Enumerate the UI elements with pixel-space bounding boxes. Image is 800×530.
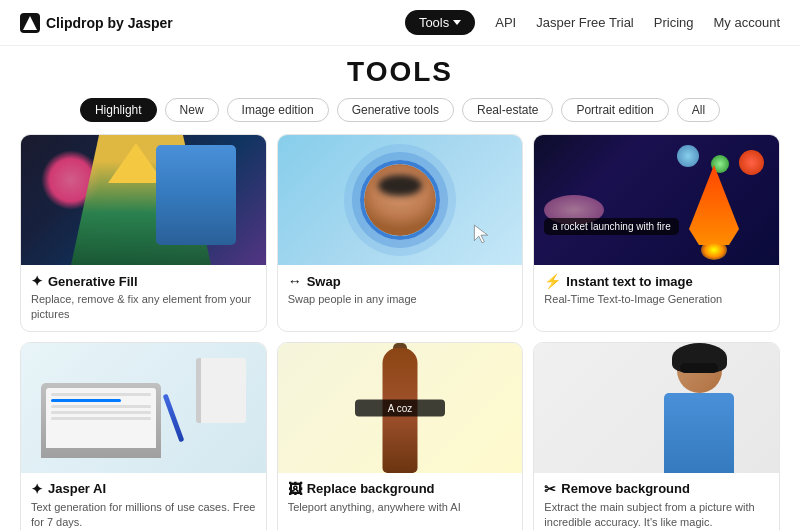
- tool-title-instant: ⚡ Instant text to image: [544, 273, 769, 289]
- trial-link[interactable]: Jasper Free Trial: [536, 15, 634, 30]
- tool-info-generative-fill: ✦ Generative Fill Replace, remove & fix …: [21, 265, 266, 331]
- tool-image-generative-fill: [21, 135, 266, 265]
- filter-portrait-edition[interactable]: Portrait edition: [561, 98, 668, 122]
- filter-generative-tools[interactable]: Generative tools: [337, 98, 454, 122]
- tool-desc-remove: Extract the main subject from a picture …: [544, 500, 769, 530]
- tool-image-remove: [534, 343, 779, 473]
- swap-icon: ↔: [288, 273, 302, 289]
- account-link[interactable]: My account: [714, 15, 780, 30]
- swap-circle: [360, 160, 440, 240]
- filter-real-estate[interactable]: Real-estate: [462, 98, 553, 122]
- tool-desc-jasper: Text generation for millions of use case…: [31, 500, 256, 530]
- laptop-line-3: [51, 405, 151, 408]
- laptop-lines: [46, 388, 156, 428]
- filter-new[interactable]: New: [165, 98, 219, 122]
- tools-nav-label: Tools: [419, 15, 449, 30]
- tool-desc-generative-fill: Replace, remove & fix any element from y…: [31, 292, 256, 323]
- tool-card-replace-bg[interactable]: A coz 🖼 Replace background Teleport anyt…: [277, 342, 524, 530]
- pricing-link[interactable]: Pricing: [654, 15, 694, 30]
- generative-fill-icon: ✦: [31, 273, 43, 289]
- remove-icon: ✂: [544, 481, 556, 497]
- tool-title-text: Generative Fill: [48, 274, 138, 289]
- replace-icon: 🖼: [288, 481, 302, 497]
- logo-text: Clipdrop by Jasper: [46, 15, 173, 31]
- person-body: [664, 393, 734, 473]
- tool-card-jasper[interactable]: ✦ Jasper AI Text generation for millions…: [20, 342, 267, 530]
- cursor-icon: [470, 223, 492, 245]
- tool-title-generative-fill: ✦ Generative Fill: [31, 273, 256, 289]
- filter-image-edition[interactable]: Image edition: [227, 98, 329, 122]
- person-silhouette: [649, 348, 749, 473]
- nav-links: Tools API Jasper Free Trial Pricing My a…: [405, 10, 780, 35]
- tool-title-text-remove: Remove background: [561, 481, 690, 496]
- person-sunglasses: [680, 363, 718, 373]
- tool-card-remove-bg[interactable]: ✂ Remove background Extract the main sub…: [533, 342, 780, 530]
- tools-grid: ✦ Generative Fill Replace, remove & fix …: [20, 134, 780, 530]
- tool-title-text-instant: Instant text to image: [566, 274, 692, 289]
- tools-nav-button[interactable]: Tools: [405, 10, 475, 35]
- tool-info-swap: ↔ Swap Swap people in any image: [278, 265, 523, 315]
- tool-title-text-replace: Replace background: [307, 481, 435, 496]
- tool-title-text-swap: Swap: [307, 274, 341, 289]
- jasper-icon: ✦: [31, 481, 43, 497]
- tool-title-text-jasper: Jasper AI: [48, 481, 106, 496]
- laptop-line-5: [51, 417, 151, 420]
- tool-image-swap: [278, 135, 523, 265]
- filter-all[interactable]: All: [677, 98, 720, 122]
- planet-red: [739, 150, 764, 175]
- laptop-line-1: [51, 393, 151, 396]
- person-head: [677, 348, 722, 393]
- tool-desc-instant: Real-Time Text-to-Image Generation: [544, 292, 769, 307]
- tool-title-remove: ✂ Remove background: [544, 481, 769, 497]
- tool-card-swap[interactable]: ↔ Swap Swap people in any image: [277, 134, 524, 332]
- api-link[interactable]: API: [495, 15, 516, 30]
- tool-image-replace: A coz: [278, 343, 523, 473]
- rocket-shape: [689, 165, 739, 245]
- tool-info-instant: ⚡ Instant text to image Real-Time Text-t…: [534, 265, 779, 315]
- navbar: Clipdrop by Jasper Tools API Jasper Free…: [0, 0, 800, 46]
- pen-shape: [163, 393, 185, 442]
- tool-info-replace: 🖼 Replace background Teleport anything, …: [278, 473, 523, 523]
- logo-icon: [20, 13, 40, 33]
- tool-title-replace: 🖼 Replace background: [288, 481, 513, 497]
- tool-title-swap: ↔ Swap: [288, 273, 513, 289]
- instant-icon: ⚡: [544, 273, 561, 289]
- laptop-screen: [46, 388, 156, 448]
- tool-title-jasper: ✦ Jasper AI: [31, 481, 256, 497]
- laptop-line-2: [51, 399, 121, 402]
- logo: Clipdrop by Jasper: [20, 13, 173, 33]
- filter-bar: Highlight New Image edition Generative t…: [20, 98, 780, 122]
- tool-desc-swap: Swap people in any image: [288, 292, 513, 307]
- wine-label: A coz: [355, 399, 445, 416]
- prompt-badge: a rocket launching with fire: [544, 218, 678, 235]
- tool-info-jasper: ✦ Jasper AI Text generation for millions…: [21, 473, 266, 530]
- chevron-down-icon: [453, 20, 461, 25]
- swap-face: [364, 164, 436, 236]
- tool-image-jasper: [21, 343, 266, 473]
- laptop-line-4: [51, 411, 151, 414]
- main-content: TOOLS Highlight New Image edition Genera…: [0, 46, 800, 530]
- page-title: TOOLS: [20, 56, 780, 88]
- tool-image-instant: a rocket launching with fire: [534, 135, 779, 265]
- filter-highlight[interactable]: Highlight: [80, 98, 157, 122]
- tool-desc-replace: Teleport anything, anywhere with AI: [288, 500, 513, 515]
- rocket-flame: [701, 240, 727, 260]
- notebook-shape: [196, 358, 246, 423]
- tool-card-instant-text[interactable]: a rocket launching with fire ⚡ Instant t…: [533, 134, 780, 332]
- planet-blue: [677, 145, 699, 167]
- tool-info-remove: ✂ Remove background Extract the main sub…: [534, 473, 779, 530]
- tool-card-generative-fill[interactable]: ✦ Generative Fill Replace, remove & fix …: [20, 134, 267, 332]
